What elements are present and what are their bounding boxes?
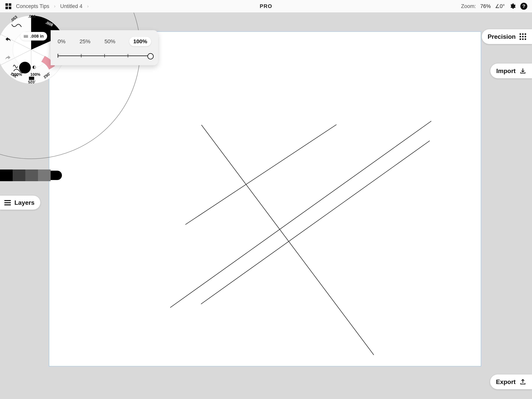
export-label: Export [496, 378, 516, 386]
smoothing-icon[interactable] [13, 64, 18, 70]
document-name[interactable]: Untitled 4 [60, 3, 82, 9]
breadcrumb: Concepts Tips › Untitled 4 › [0, 3, 89, 9]
import-icon [519, 68, 526, 74]
project-name[interactable]: Concepts Tips [16, 3, 49, 9]
palette-nub-icon[interactable] [51, 171, 62, 180]
stroke [202, 125, 374, 355]
opacity-slider[interactable] [58, 53, 151, 59]
swatch[interactable] [13, 169, 25, 181]
opacity-value: 100% [30, 72, 40, 77]
stroke [170, 121, 431, 308]
precision-button[interactable]: Precision [482, 29, 532, 44]
chevron-right-icon: › [87, 4, 89, 9]
swatch[interactable] [0, 169, 13, 181]
swatch[interactable] [38, 169, 51, 181]
color-palette[interactable] [0, 169, 62, 181]
redo-icon[interactable] [5, 56, 11, 62]
opacity-preset[interactable]: 25% [79, 38, 90, 45]
top-bar: Concepts Tips › Untitled 4 › PRO Zoom: 7… [0, 0, 532, 13]
top-bar-right: Zoom: 76% ∠0° ? [461, 3, 527, 10]
slider-thumb[interactable] [147, 53, 154, 59]
import-label: Import [496, 67, 516, 75]
slider-tick [104, 54, 105, 58]
opacity-icon[interactable]: ◐ [32, 64, 36, 70]
gear-icon[interactable] [509, 3, 516, 10]
layers-icon [4, 200, 11, 205]
opacity-preset[interactable]: 50% [104, 38, 115, 45]
pro-badge[interactable]: PRO [260, 3, 272, 9]
opacity-presets: 0% 25% 50% 100% [58, 37, 151, 46]
import-button[interactable]: Import [490, 64, 532, 78]
wheel-seg-label[interactable]: .025 [28, 80, 36, 84]
precision-label: Precision [488, 33, 516, 40]
help-icon[interactable]: ? [520, 3, 527, 10]
opacity-preset[interactable]: 0% [58, 38, 65, 45]
brush-size-chip[interactable]: .008 in [20, 32, 47, 40]
opacity-preset-selected[interactable]: 100% [129, 37, 151, 46]
stroke [201, 141, 430, 304]
grid-icon [519, 33, 526, 40]
export-icon [519, 379, 526, 385]
wheel-center[interactable]: ◐ 100% 100% [13, 56, 37, 79]
slider-tick [128, 54, 128, 58]
layers-label: Layers [14, 199, 34, 206]
chevron-right-icon: › [54, 4, 56, 9]
opacity-popover: 0% 25% 50% 100% [51, 30, 158, 65]
undo-icon[interactable] [5, 37, 11, 44]
angle-value[interactable]: ∠0° [495, 3, 505, 9]
swatch[interactable] [25, 169, 38, 181]
stroke [186, 125, 336, 225]
smoothing-value: 100% [12, 72, 22, 77]
slider-tick [81, 54, 81, 58]
color-dot[interactable] [19, 62, 31, 73]
export-button[interactable]: Export [490, 374, 532, 389]
gallery-icon[interactable] [6, 3, 11, 9]
zoom-label: Zoom: [461, 3, 476, 9]
slider-cap [58, 54, 58, 58]
brush-size-value: .008 in [30, 34, 44, 39]
layers-button[interactable]: Layers [0, 196, 40, 210]
line-weight-icon [24, 35, 28, 37]
zoom-value[interactable]: 76% [480, 3, 491, 9]
wheel-seg-label[interactable]: .016 [28, 14, 36, 19]
